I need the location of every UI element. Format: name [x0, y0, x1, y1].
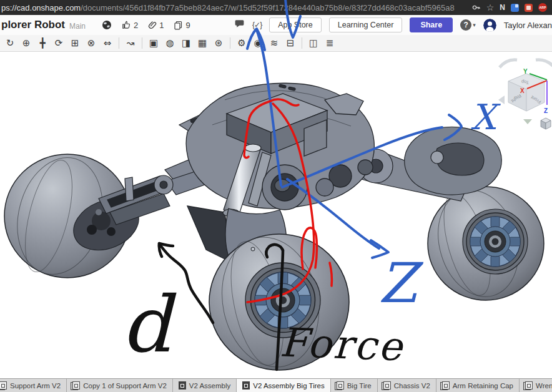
revolve-component-icon[interactable]: ⟳: [51, 36, 67, 51]
fix-component-icon[interactable]: ◨: [178, 36, 194, 51]
tab-label: V2 Assembly Big Tires: [253, 382, 324, 390]
document-header: plorer Robot Main 2 1 9 {✓} App Store Le…: [0, 15, 552, 36]
isometric-view-icon[interactable]: [541, 118, 551, 129]
part-studio-icon: [0, 381, 7, 390]
tab-v2-assembly-big-tires[interactable]: V2 Assembly Big Tires: [237, 379, 330, 392]
arp-extension-icon[interactable]: ARP: [538, 3, 547, 12]
tab-support-arm-v2[interactable]: Support Arm V2: [0, 379, 67, 392]
share-button[interactable]: Share: [410, 17, 453, 32]
exploded-view-icon[interactable]: ⊛: [210, 36, 227, 51]
measure-icon[interactable]: ≣: [322, 36, 338, 51]
browser-window: ps://cad.onshape.com/documents/456d1f84f…: [0, 0, 552, 392]
pan-left-arrow-icon: [498, 96, 505, 104]
tab-wrench[interactable]: Wrench: [520, 379, 552, 392]
comments-icon[interactable]: [234, 19, 245, 31]
tab-label: Chassis V2: [394, 382, 430, 390]
mate-icon[interactable]: ⊗: [83, 36, 99, 51]
robot-assembly-model[interactable]: Top Right Front Y X Z: [0, 0, 552, 392]
app-store-button[interactable]: App Store: [269, 17, 322, 32]
learning-center-button[interactable]: Learning Center: [329, 17, 403, 32]
rotate-left-arrow-icon: [500, 60, 517, 67]
assembly-toolbar: ↻⊕╋⟳⊞⊗⇔↝▣◍◨▦⊛⚙◉≋⊟◫≣: [0, 35, 552, 52]
copies-count-value: 9: [185, 21, 190, 30]
configurations-icon[interactable]: ⚙: [234, 36, 250, 51]
tab-arm-retaining-cap[interactable]: Arm Retaining Cap: [436, 379, 520, 392]
assembly-icon: [242, 381, 250, 390]
element-tab-bar: Support Arm V2Copy 1 of Support Arm V2V2…: [0, 378, 552, 392]
z-axis-label: Z: [544, 107, 548, 114]
url-path: /documents/456d1f84fb77a5beb824aec7/w/15…: [81, 3, 455, 12]
insert-icon[interactable]: ⊕: [18, 36, 34, 51]
tab-chassis-v2[interactable]: Chassis V2: [378, 379, 436, 392]
move-component-icon[interactable]: ╋: [34, 36, 51, 51]
tab-label: Support Arm V2: [10, 382, 61, 390]
tab-label: Copy 1 of Support Arm V2: [83, 382, 167, 390]
bookmark-star-icon[interactable]: ☆: [486, 3, 495, 12]
x-axis-label: X: [520, 87, 525, 94]
red-extension-icon[interactable]: [525, 4, 533, 12]
blue-extension-icon[interactable]: [511, 4, 519, 12]
rotate-right-arrow-icon: [536, 60, 552, 66]
chevron-down-icon: ▾: [473, 22, 476, 28]
part-studio-icon: [72, 381, 80, 390]
toolbar-separator: [302, 37, 302, 49]
view-cube[interactable]: Top Right Front Y X Z: [498, 60, 552, 129]
user-name[interactable]: Taylor Alexan: [504, 21, 552, 30]
part-studio-icon: [442, 381, 450, 390]
toolbar-separator: [142, 37, 142, 49]
toolbar-separator: [119, 37, 119, 49]
tab-label: Arm Retaining Cap: [453, 382, 513, 390]
toolbar-separator: [230, 37, 230, 49]
help-icon[interactable]: ?: [460, 19, 471, 31]
tab-big-tire[interactable]: Big Tire: [331, 379, 378, 392]
document-title: plorer Robot: [1, 19, 65, 31]
tab-label: V2 Assembly: [189, 382, 230, 390]
follow-path-icon[interactable]: ↝: [122, 36, 139, 51]
like-count[interactable]: 2: [122, 21, 138, 30]
like-count-value: 2: [134, 21, 138, 30]
tab-copy-1-of-support-arm-v2[interactable]: Copy 1 of Support Arm V2: [67, 379, 173, 392]
n-extension-icon[interactable]: N: [500, 3, 505, 12]
pan-down-arrow-icon: [523, 119, 532, 124]
featurescript-icon[interactable]: {✓}: [252, 21, 262, 29]
viewcube-top-face[interactable]: Top: [521, 79, 529, 86]
group-icon[interactable]: ⇔: [99, 36, 116, 51]
part-studio-icon: [337, 381, 344, 390]
user-avatar[interactable]: [483, 19, 496, 32]
part-studio-icon: [383, 381, 391, 390]
address-bar[interactable]: ps://cad.onshape.com/documents/456d1f84f…: [0, 3, 467, 12]
browser-url-bar: ps://cad.onshape.com/documents/456d1f84f…: [0, 0, 552, 15]
spring-icon[interactable]: ≋: [266, 36, 282, 51]
tab-label: Big Tire: [347, 382, 372, 390]
link-count[interactable]: 1: [148, 21, 164, 30]
snap-mode-icon[interactable]: ⊞: [67, 36, 83, 51]
public-globe-icon[interactable]: [102, 20, 112, 30]
snapshot-icon[interactable]: ⊟: [282, 36, 298, 51]
appearance-icon[interactable]: ◍: [162, 36, 178, 51]
tab-v2-assembly[interactable]: V2 Assembly: [173, 379, 237, 392]
part-studio-icon: [525, 381, 533, 390]
help-menu[interactable]: ? ▾: [460, 19, 476, 31]
bom-table-icon[interactable]: ▦: [194, 36, 210, 51]
y-axis-label: Y: [523, 68, 528, 75]
copies-count[interactable]: 9: [174, 21, 190, 30]
right-wheel[interactable]: [426, 180, 544, 306]
simulation-icon[interactable]: ◉: [250, 36, 266, 51]
rotate-view-icon[interactable]: ↻: [2, 36, 18, 51]
link-count-value: 1: [159, 21, 164, 30]
tab-label: Wrench: [536, 382, 552, 390]
assembly-icon: [179, 381, 186, 390]
section-view-icon[interactable]: ◫: [305, 36, 322, 51]
workspace-name[interactable]: Main: [69, 22, 86, 31]
password-key-icon[interactable]: [472, 4, 481, 11]
url-host: ps://cad.onshape.com: [1, 3, 81, 12]
box-select-icon[interactable]: ▣: [145, 36, 162, 51]
